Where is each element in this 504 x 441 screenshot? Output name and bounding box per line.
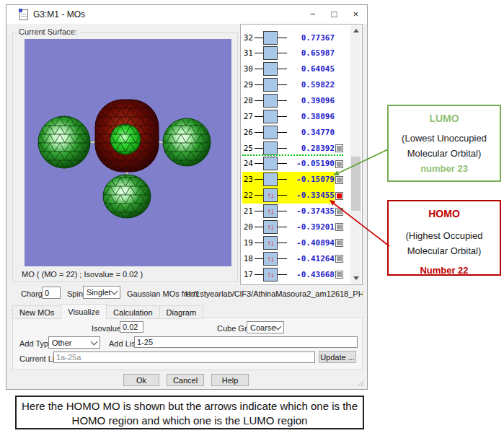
spin-select[interactable]: Singlet <box>83 286 120 299</box>
mo-row-21[interactable]: 21 ↑↓ -0.37435 <box>242 204 335 219</box>
mo-row-25[interactable]: 25 ↑↓ 0.28392 <box>242 140 335 156</box>
level-stem <box>278 53 287 53</box>
level-stem <box>255 69 263 69</box>
orbital-box: ↑↓ <box>263 126 278 139</box>
mo-number: 20 <box>242 222 253 232</box>
level-stem <box>255 116 263 117</box>
mo-checkbox[interactable] <box>335 144 343 152</box>
level-stem <box>278 38 287 38</box>
current-surface-group: Current Surface: <box>12 32 238 282</box>
ok-button[interactable]: Ok <box>123 374 159 386</box>
cube-grid-value: Coarse <box>250 323 275 332</box>
mo-row-26[interactable]: 26 ↑↓ 0.34770 <box>242 124 335 140</box>
title-bar[interactable]: G3:M1 - MOs − □ × <box>6 5 367 24</box>
mo-row-27[interactable]: 27 ↑↓ 0.38096 <box>242 108 335 124</box>
mo-row-32[interactable]: 32 ↑↓ 0.77367 <box>242 30 335 45</box>
orbital-box: ↑↓ <box>263 236 278 250</box>
mo-energy-value: -0.39201 <box>287 222 335 232</box>
homo-annotation-box: HOMO (Highest Occupied Molecular Orbital… <box>387 200 501 276</box>
tab-visualize[interactable]: Visualize <box>61 304 107 319</box>
level-stem <box>278 274 287 275</box>
mo-checkbox[interactable] <box>335 255 343 263</box>
molecule-viewport[interactable] <box>25 39 231 266</box>
scroll-down-icon[interactable] <box>350 273 361 284</box>
tab-diagram[interactable]: Diagram <box>159 305 204 319</box>
help-button[interactable]: Help <box>211 374 249 386</box>
charge-input[interactable] <box>42 287 61 299</box>
update-button[interactable]: Update ... <box>319 351 356 363</box>
explanation-note: Here the HOMO MO is shown but the arrows… <box>15 396 364 429</box>
mo-row-22[interactable]: 22 ↑↓ -0.33455 <box>242 188 335 204</box>
homo-line2: Molecular Orbital) <box>389 243 500 258</box>
isovalue-input[interactable] <box>120 321 143 333</box>
orbital-box: ↑↓ <box>263 220 278 234</box>
current-list-input[interactable] <box>53 352 315 363</box>
lumo-line1: (Lowest Unoccupied <box>389 131 500 146</box>
mo-row-18[interactable]: 18 ↑↓ -0.41264 <box>242 250 335 266</box>
mo-row-19[interactable]: 19 ↑↓ -0.40894 <box>242 235 335 250</box>
mo-row-23[interactable]: 23 ↑↓ -0.15079 <box>242 172 335 188</box>
level-stem <box>255 163 263 164</box>
electron-arrows-icon: ↑↓ <box>268 207 274 215</box>
surface-caption: MO ( (MO = 22) ; Isovalue = 0.02 ) <box>22 270 143 279</box>
mo-number: 28 <box>242 96 253 105</box>
mo-row-17[interactable]: 17 ↑↓ -0.43668 <box>242 266 335 282</box>
mo-row-20[interactable]: 20 ↑↓ -0.39201 <box>242 219 335 235</box>
tab-new-mos[interactable]: New MOs <box>12 305 61 319</box>
mo-number: 22 <box>242 191 253 200</box>
note-line1: Here the HOMO MO is shown but the arrows… <box>17 399 363 414</box>
orbital-box: ↑↓ <box>263 141 278 155</box>
level-stem <box>278 100 287 101</box>
orbital-box: ↑↓ <box>263 173 278 186</box>
maximize-icon[interactable]: □ <box>332 5 337 24</box>
mo-energy-value: -0.40894 <box>287 238 335 248</box>
mo-energy-value: -0.05190 <box>287 159 335 168</box>
mo-number: 31 <box>242 48 253 58</box>
mo-row-28[interactable]: 28 ↑↓ 0.39096 <box>242 92 335 108</box>
cube-grid-select[interactable]: Coarse <box>247 321 284 333</box>
scroll-up-icon[interactable] <box>350 25 361 36</box>
homo-lumo-gap-line <box>242 154 343 156</box>
tab-calculation[interactable]: Calculation <box>106 305 159 319</box>
level-stem <box>278 195 287 196</box>
scrollbar[interactable] <box>350 25 361 284</box>
mo-row-29[interactable]: 29 ↑↓ 0.59822 <box>242 77 335 93</box>
homo-number: Number 22 <box>389 265 500 276</box>
mo-row-24[interactable]: 24 ↑↓ -0.05190 <box>242 156 335 172</box>
mo-energy-value: 0.77367 <box>287 33 335 43</box>
document-icon-corner <box>19 9 22 12</box>
mo-checkbox[interactable] <box>335 239 343 247</box>
mo-checkbox[interactable] <box>335 160 343 168</box>
add-type-select[interactable]: Other <box>48 336 100 349</box>
mo-checkbox[interactable] <box>335 192 343 200</box>
level-stem <box>255 179 263 180</box>
resize-grip[interactable] <box>357 379 364 386</box>
mo-number: 24 <box>242 159 253 168</box>
close-icon[interactable]: × <box>353 5 358 24</box>
mo-energy-value: -0.33455 <box>287 191 335 200</box>
orbital-box: ↑↓ <box>263 31 278 45</box>
level-stem <box>255 38 263 38</box>
mo-number: 26 <box>242 128 253 137</box>
level-stem <box>255 258 263 259</box>
mo-checkbox[interactable] <box>335 223 343 231</box>
mo-number: 19 <box>242 238 253 248</box>
mo-checkbox[interactable] <box>335 176 343 184</box>
mo-row-31[interactable]: 31 ↑↓ 0.65987 <box>242 45 335 61</box>
mo-number: 32 <box>242 33 253 43</box>
level-stem <box>255 211 263 211</box>
cancel-button[interactable]: Cancel <box>167 374 204 386</box>
mo-checkbox[interactable] <box>335 271 343 279</box>
scrollbar-thumb[interactable] <box>351 157 361 211</box>
mo-energy-value: 0.38096 <box>287 112 335 121</box>
level-stem <box>255 195 263 196</box>
chevron-down-icon <box>111 288 118 295</box>
mo-checkbox[interactable] <box>335 208 343 216</box>
mo-row-30[interactable]: 30 ↑↓ 0.64045 <box>242 61 335 77</box>
orbital-box: ↑↓ <box>263 268 278 281</box>
level-stem <box>278 243 287 243</box>
minimize-icon[interactable]: − <box>310 5 316 24</box>
electron-arrows-icon: ↑↓ <box>268 239 274 247</box>
add-list-input[interactable] <box>134 336 358 348</box>
level-stem <box>255 227 263 227</box>
